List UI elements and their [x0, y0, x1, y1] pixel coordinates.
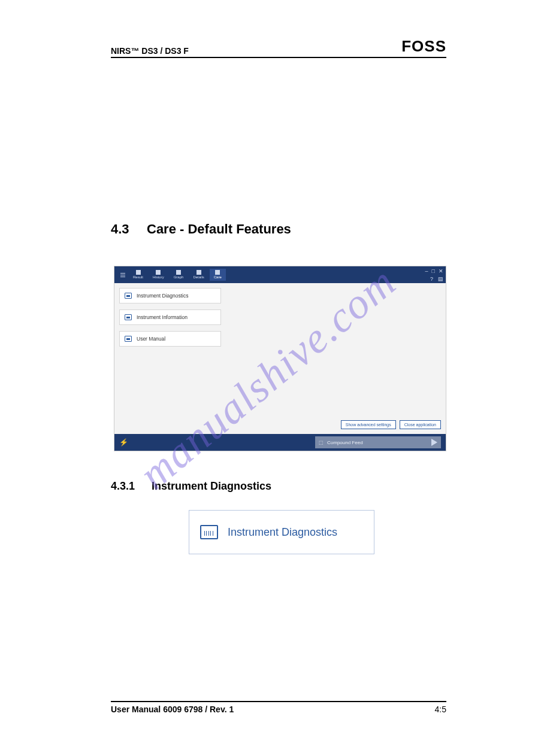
- tab-label: History: [153, 275, 164, 280]
- app-screenshot: Result History Graph Details Care – □ ✕ …: [114, 266, 446, 451]
- list-item-diagnostics[interactable]: Instrument Diagnostics: [119, 288, 221, 303]
- page-header: NIRS™ DS3 / DS3 F FOSS: [111, 37, 446, 58]
- tab-history[interactable]: History: [149, 269, 168, 281]
- window-maximize-icon[interactable]: □: [432, 268, 435, 274]
- list-item-label: User Manual: [137, 336, 165, 342]
- list-item-label: Instrument Information: [137, 314, 188, 320]
- header-product-name: NIRS™ DS3 / DS3 F: [111, 46, 189, 56]
- footer-page-number: 4:5: [435, 705, 446, 714]
- care-icon: [215, 270, 220, 275]
- tab-graph[interactable]: Graph: [170, 269, 188, 281]
- help-icon[interactable]: ?: [430, 276, 433, 282]
- play-icon[interactable]: [431, 439, 437, 446]
- tab-label: Graph: [174, 275, 184, 280]
- instrument-diagnostics-button[interactable]: Instrument Diagnostics: [189, 510, 374, 554]
- close-application-button[interactable]: Close application: [400, 420, 441, 429]
- section-number: 4.3: [111, 221, 147, 237]
- app-statusbar: ⚡ ⬚ Compound Feed: [114, 434, 446, 451]
- result-icon: [136, 270, 141, 275]
- product-icon: ⬚: [319, 440, 324, 445]
- information-icon: [125, 314, 132, 320]
- page-footer: User Manual 6009 6798 / Rev. 1 4:5: [111, 701, 446, 714]
- window-minimize-icon[interactable]: –: [425, 268, 428, 274]
- tab-result[interactable]: Result: [129, 269, 147, 281]
- app-body: Instrument Diagnostics Instrument Inform…: [114, 283, 446, 434]
- tab-details[interactable]: Details: [189, 269, 208, 281]
- tab-label: Care: [214, 275, 222, 280]
- bolt-icon: ⚡: [119, 438, 125, 447]
- status-product-label: Compound Feed: [327, 440, 363, 445]
- footer-doc-ref: User Manual 6009 6798 / Rev. 1: [111, 705, 234, 714]
- details-icon: [197, 270, 201, 275]
- tab-label: Result: [133, 275, 143, 280]
- list-item-information[interactable]: Instrument Information: [119, 309, 221, 325]
- header-brand-logo: FOSS: [401, 37, 446, 56]
- status-product-pill[interactable]: ⬚ Compound Feed: [315, 436, 441, 448]
- subsection-heading: 4.3.1Instrument Diagnostics: [111, 480, 271, 493]
- list-item-user-manual[interactable]: User Manual: [119, 331, 221, 347]
- list-item-label: Instrument Diagnostics: [137, 293, 188, 299]
- section-heading: 4.3Care - Default Features: [111, 221, 291, 237]
- section-title: Care - Default Features: [147, 221, 291, 236]
- subsection-title: Instrument Diagnostics: [152, 480, 271, 492]
- subsection-number: 4.3.1: [111, 480, 152, 493]
- history-icon: [156, 270, 161, 275]
- document-icon[interactable]: ▤: [438, 276, 443, 282]
- window-close-icon[interactable]: ✕: [439, 268, 443, 274]
- tab-care[interactable]: Care: [210, 269, 226, 281]
- tab-label: Details: [193, 275, 204, 280]
- show-advanced-settings-button[interactable]: Show advanced settings: [341, 420, 396, 429]
- diagnostics-icon: [125, 293, 132, 299]
- manual-icon: [125, 336, 132, 342]
- graph-icon: [176, 270, 181, 275]
- button-label: Instrument Diagnostics: [228, 526, 337, 539]
- hamburger-menu-icon[interactable]: [118, 266, 128, 283]
- app-toolbar: Result History Graph Details Care – □ ✕ …: [114, 266, 446, 283]
- diagnostics-icon: [200, 525, 218, 539]
